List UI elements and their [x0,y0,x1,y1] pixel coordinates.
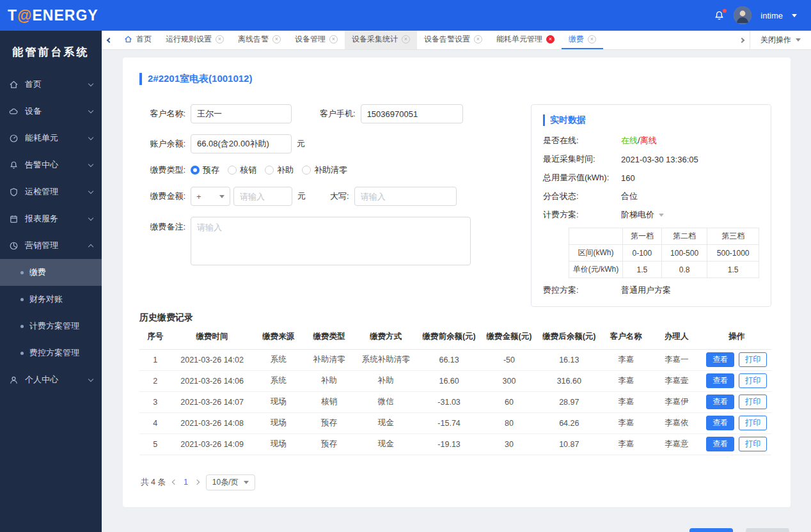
radio-label: 补助清零 [314,164,347,176]
customer-phone-input[interactable] [361,104,463,123]
sidebar-subitem-payment[interactable]: 缴费 [0,259,102,286]
billing-plan-select[interactable]: 阶梯电价 [621,209,664,221]
home-icon [124,35,132,43]
chevron-right-icon [194,480,200,485]
tabs-scroll-right-button[interactable] [734,38,750,42]
tab-run-rule-settings[interactable]: 运行规则设置 × [159,31,231,49]
cell-pay-method: 微信 [354,391,418,412]
tab-close-icon[interactable]: × [329,35,338,43]
page-size-select[interactable]: 10条/页 [206,474,255,490]
view-button[interactable]: 查看 [706,416,734,430]
pay-type-label: 缴费类型: [141,164,185,176]
view-button[interactable]: 查看 [706,352,734,367]
cancel-button[interactable]: 取消 [746,528,789,532]
balance-label: 账户余额: [141,138,185,150]
device-icon [9,107,19,116]
balance-unit-label: 元 [297,138,305,150]
print-button[interactable]: 打印 [739,437,767,451]
cell-operator: 李嘉壹 [651,370,702,391]
sidebar-item-energy-unit[interactable]: 能耗单元 [0,125,102,152]
chevron-up-icon [88,244,93,249]
tab-close-icon[interactable]: × [588,35,596,43]
tab-close-icon[interactable]: × [402,35,410,43]
page-number[interactable]: 1 [184,478,188,487]
sidebar-subitem-fee-control-plan[interactable]: 费控方案管理 [0,340,102,366]
tab-close-icon[interactable]: × [272,35,281,43]
radio-subsidy-reset[interactable]: 补助清零 [302,164,347,176]
amount-input[interactable] [233,187,292,206]
sidebar-item-label: 设备 [25,106,42,117]
chevron-down-icon [88,81,93,86]
notification-bell-icon[interactable] [714,10,725,21]
tab-payment[interactable]: 缴费 × [562,31,603,49]
column-header: 缴费来源 [253,325,304,349]
sidebar-subitem-billing-plan[interactable]: 计费方案管理 [0,313,102,340]
radio-subsidy[interactable]: 补助 [265,164,294,176]
tabs-scroll-left-button[interactable] [102,31,117,49]
tier-header-cell: 第一档 [623,228,662,245]
tab-device-collection-stats[interactable]: 设备采集统计 × [345,31,417,49]
tab-device-alarm-settings[interactable]: 设备告警设置 × [417,31,489,49]
tab-offline-alarm[interactable]: 离线告警 × [231,31,288,49]
tab-close-icon[interactable]: × [474,35,482,43]
user-avatar[interactable] [734,6,752,24]
tab-close-alert-icon[interactable]: × [546,35,555,43]
view-button[interactable]: 查看 [706,373,734,388]
print-button[interactable]: 打印 [739,373,767,388]
tab-home[interactable]: 首页 [117,31,159,49]
customer-name-input[interactable] [191,104,292,123]
amount-sign-select[interactable]: + [191,187,230,206]
sidebar: 能管前台系统 首页 设备 能耗单元 告警中心 [0,31,102,532]
balance-input[interactable] [191,134,292,153]
tier-cell: 100-500 [661,245,707,262]
sidebar-item-label: 营销管理 [25,240,58,251]
prev-page-button[interactable] [173,480,177,484]
realtime-title: 实时数据 [543,114,759,126]
print-button[interactable]: 打印 [739,395,767,409]
tab-close-icon[interactable]: × [216,35,224,43]
column-header: 缴费前余额(元) [418,325,481,349]
uppercase-input[interactable] [354,187,457,206]
sidebar-item-devices[interactable]: 设备 [0,98,102,125]
close-operations-dropdown[interactable]: 关闭操作 [750,31,811,49]
radio-writeoff[interactable]: 核销 [228,164,256,176]
sign-value: + [196,192,201,201]
collect-time-value: 2021-03-30 13:36:05 [621,155,698,164]
sidebar-item-marketing[interactable]: 营销管理 [0,232,102,259]
cell-index: 4 [139,412,171,434]
print-button[interactable]: 打印 [739,352,767,367]
tab-energy-unit-management[interactable]: 能耗单元管理 × [489,31,562,49]
cell-index: 3 [139,391,171,412]
logo-at: @ [17,7,32,24]
realtime-data-panel: 实时数据 是否在线: 在线/离线 最近采集时间: 2021-03-30 13:3… [531,104,771,307]
radio-label: 补助 [277,164,294,176]
cell-balance-before: -19.13 [418,434,481,455]
sidebar-subitem-finance-reconciliation[interactable]: 财务对账 [0,286,102,313]
sidebar-item-alarm-center[interactable]: 告警中心 [0,152,102,178]
next-page-button[interactable] [195,480,199,484]
view-button[interactable]: 查看 [706,437,734,451]
tab-device-management[interactable]: 设备管理 × [288,31,345,49]
pay-amount-label: 缴费金额: [141,191,185,202]
print-button[interactable]: 打印 [739,416,767,430]
table-row: 2 2021-03-26 14:06 系统 补助 补助 16.60 300 31… [139,370,771,391]
sidebar-item-reports[interactable]: 报表服务 [0,205,102,232]
tier-cell: 500-1000 [707,245,759,262]
pagination: 共 4 条 1 10条/页 [139,474,771,490]
cell-balance-after: 28.97 [537,391,601,412]
cell-pay-source: 现场 [253,412,304,434]
sidebar-item-personal-center[interactable]: 个人中心 [0,366,102,393]
inspection-icon [9,187,19,197]
save-button[interactable]: 保存 [689,528,733,532]
sidebar-item-inspection[interactable]: 运检管理 [0,178,102,205]
remark-textarea[interactable] [191,217,471,265]
sidebar-item-home[interactable]: 首页 [0,71,102,98]
user-menu-caret-icon[interactable] [792,14,797,17]
remark-label: 缴费备注: [141,221,185,233]
radio-prestore[interactable]: 预存 [191,164,219,176]
cell-balance-before: -31.03 [418,391,481,412]
tier-cell: 0.8 [661,262,707,278]
username-label[interactable]: intime [760,11,783,20]
customer-name-label: 客户名称: [141,108,185,120]
view-button[interactable]: 查看 [706,395,734,409]
